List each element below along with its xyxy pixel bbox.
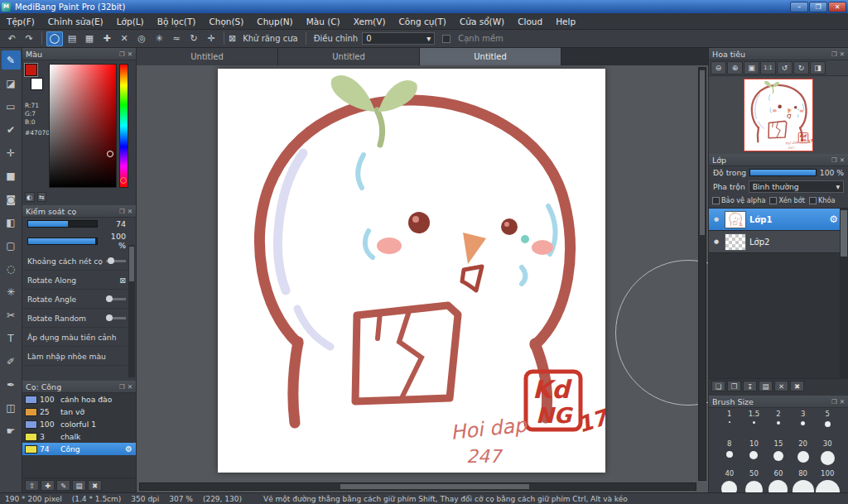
eraser-tool[interactable]: ◪ — [2, 74, 21, 93]
float-panel-icon[interactable]: ❐ — [119, 383, 125, 391]
brush-size-slider[interactable] — [27, 220, 98, 228]
layer-visibility-icon[interactable]: ● — [711, 238, 721, 245]
document-tab-active[interactable]: Untitled — [420, 48, 561, 65]
layer-row-selected[interactable]: ● Lớp1 ⚙ — [709, 209, 848, 231]
sv-marker[interactable] — [107, 151, 113, 157]
snap-concentric-button[interactable]: ◎ — [133, 31, 150, 46]
float-panel-icon[interactable]: ❐ — [119, 50, 125, 58]
lock-checkbox[interactable] — [809, 197, 817, 204]
select-tool[interactable]: ▢ — [2, 236, 21, 255]
drawing-canvas[interactable] — [218, 69, 605, 473]
brush-control-scrollbar[interactable] — [128, 245, 135, 377]
brush-size-option[interactable]: 30 — [815, 439, 840, 469]
brush-size-option[interactable]: 80 — [791, 469, 816, 492]
menu-filter[interactable]: Bộ lọc(T) — [151, 13, 203, 29]
spacing-slider[interactable] — [106, 260, 126, 262]
snap-cross-button[interactable]: ✚ — [99, 31, 115, 46]
brush-size-option[interactable]: 50 — [742, 469, 767, 492]
snap-parallel-button[interactable]: ▤ — [64, 31, 80, 46]
hue-slider[interactable] — [119, 64, 128, 188]
fit-window-icon[interactable]: ▣ — [744, 61, 759, 74]
figure-tool[interactable]: ■ — [2, 166, 21, 185]
option-rotate-random[interactable]: Rotate Random — [22, 309, 136, 328]
brush-size-option[interactable]: 10 — [742, 439, 767, 469]
merge-down-icon[interactable]: ↧ — [743, 381, 757, 391]
delete-brush-icon[interactable]: ✖ — [88, 480, 102, 491]
snap-grid-button[interactable]: ▦ — [81, 31, 98, 46]
menu-snap[interactable]: Chụp(N) — [250, 13, 299, 29]
menu-edit[interactable]: Chỉnh sửa(E) — [41, 13, 110, 29]
brush-item[interactable]: 25 tan vỡ — [22, 406, 136, 418]
scissors-tool[interactable]: ✂ — [2, 305, 21, 324]
option-apply-foreground[interactable]: Áp dụng màu tiền cảnh — [22, 328, 136, 347]
dot-pen-tool[interactable]: ▭ — [2, 97, 21, 116]
brush-settings-gear-icon[interactable]: ⚙ — [125, 444, 132, 454]
brush-item[interactable]: 100 cánh hoa đào — [22, 393, 136, 406]
minimize-button[interactable]: – — [790, 2, 808, 12]
close-panel-icon[interactable]: ✕ — [840, 156, 845, 164]
option-rotate-along[interactable]: Rotate Along ⊠ — [22, 271, 136, 290]
clipping-option[interactable]: Xén bớt — [769, 196, 805, 204]
hue-marker[interactable] — [120, 177, 127, 184]
blend-mode-select[interactable]: Bình thường ▾ — [749, 180, 844, 193]
option-rotate-angle[interactable]: Rotate Angle — [22, 290, 136, 309]
rotate-cw-icon[interactable]: ↻ — [793, 61, 809, 74]
navigator-thumbnail[interactable] — [744, 79, 812, 151]
snap-rotate-button[interactable]: ↻ — [186, 31, 202, 46]
brush-folder-icon[interactable]: ▤ — [72, 480, 86, 491]
brush-size-option[interactable]: 8 — [717, 439, 742, 469]
snap-off-button[interactable]: ◯ — [46, 31, 63, 46]
layer-folder-icon[interactable]: ▤ — [759, 381, 773, 391]
brush-item-selected[interactable]: 74 Công ⚙ — [22, 443, 136, 455]
move-up-brush-icon[interactable]: ⇧ — [25, 480, 39, 491]
brush-size-option[interactable]: 15 — [766, 439, 791, 469]
menu-color[interactable]: Màu (C) — [300, 13, 347, 29]
background-color-swatch[interactable] — [31, 78, 43, 90]
divide-tool[interactable]: ◫ — [2, 398, 21, 417]
brush-size-option[interactable]: 3 — [791, 410, 816, 439]
menu-window[interactable]: Cửa sổ(W) — [453, 13, 511, 29]
float-panel-icon[interactable]: ❐ — [831, 156, 837, 164]
protect-alpha-checkbox[interactable] — [712, 197, 720, 204]
antialias-label[interactable]: Khử răng cưa — [243, 34, 297, 43]
gradient-tool[interactable]: ◧ — [2, 213, 21, 232]
brush-size-option[interactable]: 100 — [815, 469, 840, 492]
close-panel-icon[interactable]: ✕ — [840, 50, 845, 58]
magic-wand-tool[interactable]: ✳ — [2, 282, 21, 301]
lock-option[interactable]: Khóa — [809, 196, 836, 204]
rotate-along-checkbox-icon[interactable]: ⊠ — [119, 276, 126, 285]
canvas-vertical-scrollbar[interactable] — [698, 67, 706, 481]
rotate-ccw-icon[interactable]: ↺ — [777, 61, 793, 74]
option-brush-spacing[interactable]: Khoảng cách nét cọ — [22, 252, 136, 271]
zoom-out-icon[interactable]: ⊖ — [711, 61, 726, 74]
menu-layer[interactable]: Lớp(L) — [110, 13, 151, 29]
undo-button[interactable]: ↶ — [3, 31, 20, 46]
rotate-angle-slider[interactable] — [106, 298, 126, 300]
canvas-horizontal-scrollbar[interactable] — [139, 482, 696, 491]
brush-item[interactable]: 100 colorful 1 — [22, 418, 136, 430]
layer-opacity-slider[interactable] — [749, 169, 817, 176]
brush-size-option[interactable]: 1.5 — [742, 410, 767, 439]
brush-opacity-slider[interactable] — [27, 238, 98, 245]
antialias-checkbox-icon[interactable]: ⊠ — [229, 33, 236, 44]
swap-colors-icon[interactable]: ⇆ — [37, 192, 47, 202]
text-tool[interactable]: T — [2, 329, 21, 348]
select-pen-tool[interactable]: ✔ — [2, 120, 21, 139]
brush-size-option[interactable]: 40 — [717, 469, 742, 492]
layer-settings-gear-icon[interactable]: ⚙ — [829, 214, 838, 225]
add-layer-icon[interactable]: ❏ — [711, 381, 725, 391]
float-panel-icon[interactable]: ❐ — [831, 398, 837, 406]
document-tab[interactable]: Untitled — [137, 48, 278, 65]
menu-tools[interactable]: Công cụ(T) — [393, 13, 453, 29]
menu-view[interactable]: Xem(V) — [347, 13, 393, 29]
delete-layer-icon[interactable]: ✖ — [790, 381, 804, 391]
layer-list-scrollbar[interactable] — [840, 209, 848, 378]
edit-brush-icon[interactable]: ✎ — [56, 480, 70, 491]
snap-radial-button[interactable]: ✳ — [151, 31, 167, 46]
menu-file[interactable]: Tệp(F) — [0, 13, 41, 29]
close-panel-icon[interactable]: ✕ — [128, 383, 132, 391]
move-tool[interactable]: ✛ — [2, 143, 21, 162]
rotate-random-slider[interactable] — [106, 317, 126, 319]
color-wheel-icon[interactable]: ◐ — [25, 192, 35, 202]
correction-select[interactable]: 0 ▾ — [362, 32, 435, 45]
